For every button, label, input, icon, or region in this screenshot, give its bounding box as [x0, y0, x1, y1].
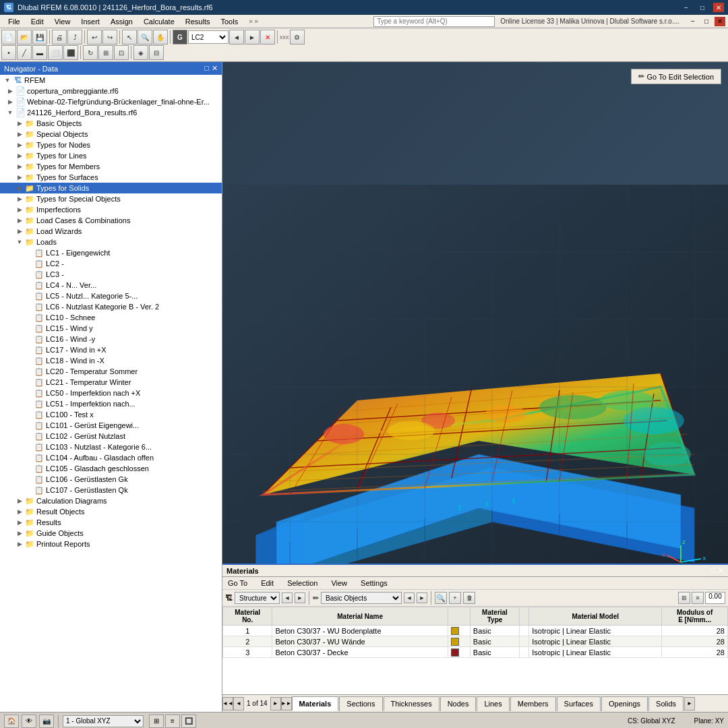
tree-item-lc2[interactable]: 📋 LC2 -	[0, 258, 222, 269]
tree-item-lc50[interactable]: 📋 LC50 - Imperfektion nach +X	[0, 388, 222, 398]
tree-item-types-special[interactable]: ▶ 📁 Types for Special Objects	[0, 193, 222, 204]
tree-item-lc102[interactable]: 📋 LC102 - Gerüst Nutzlast	[0, 431, 222, 442]
menu-file[interactable]: File	[3, 16, 26, 27]
tab-solids[interactable]: Solids	[648, 696, 684, 711]
structure-combo[interactable]: Structure	[235, 592, 280, 604]
menu-insert[interactable]: Insert	[75, 16, 105, 27]
status-eye-button[interactable]: 👁	[22, 715, 36, 728]
toolbar-node-button[interactable]: •	[1, 45, 16, 60]
tree-item-rfem[interactable]: ▼ 🏗 RFEM	[0, 75, 222, 86]
toolbar-undo-button[interactable]: ↩	[87, 30, 102, 44]
mat-prev-button[interactable]: ◄	[282, 593, 293, 603]
mat-delete-button[interactable]: 🗑	[463, 592, 475, 604]
toolbar-line-button[interactable]: ╱	[17, 45, 32, 60]
tree-item-load-wizards[interactable]: ▶ 📁 Load Wizards	[0, 226, 222, 237]
status-toolbar-btn-2[interactable]: ≡	[165, 715, 180, 728]
tab-sections[interactable]: Sections	[339, 696, 382, 711]
toolbar-solid-button[interactable]: ⬛	[63, 45, 78, 60]
toolbar-new-button[interactable]: 📄	[1, 30, 16, 44]
search-input[interactable]	[373, 16, 495, 27]
mat-add-button[interactable]: +	[449, 592, 461, 604]
status-toolbar-btn-3[interactable]: 🔲	[181, 715, 196, 728]
status-camera-button[interactable]: 📷	[39, 715, 54, 728]
toolbar-stop-button[interactable]: ✕	[260, 30, 275, 44]
tree-item-lc105[interactable]: 📋 LC105 - Glasdach geschlossen	[0, 463, 222, 474]
toolbar-wire-button[interactable]: ⊟	[149, 45, 164, 60]
toolbar-export-button[interactable]: ⤴	[67, 30, 82, 44]
mat-toolbar-btn-1[interactable]: ⊞	[678, 592, 690, 604]
mat-menu-view[interactable]: View	[328, 578, 350, 588]
tree-item-lc17[interactable]: 📋 LC17 - Wind in +X	[0, 344, 222, 355]
table-row[interactable]: 3 Beton C30/37 - Decke Basic Isotropic |…	[223, 647, 728, 658]
tree-item-file-1[interactable]: ▶ 📄 copertura_ombreggiante.rf6	[0, 86, 222, 96]
toolbar-print-button[interactable]: 🖨	[52, 30, 67, 44]
tree-item-lc107[interactable]: 📋 LC107 - Gerüstlasten Qk	[0, 485, 222, 495]
tree-item-types-nodes[interactable]: ▶ 📁 Types for Nodes	[0, 140, 222, 150]
maximize-button[interactable]: □	[697, 3, 708, 12]
tree-item-basic-objects[interactable]: ▶ 📁 Basic Objects	[0, 118, 222, 129]
tree-item-lc101[interactable]: 📋 LC101 - Gerüst Eigengewi...	[0, 420, 222, 431]
tree-item-types-members[interactable]: ▶ 📁 Types for Members	[0, 161, 222, 172]
tree-item-loads[interactable]: ▼ 📁 Loads	[0, 237, 222, 247]
tree-item-types-surfaces[interactable]: ▶ 📁 Types for Surfaces	[0, 172, 222, 183]
tree-item-result-objects[interactable]: ▶ 📁 Result Objects	[0, 506, 222, 517]
menu-view[interactable]: View	[49, 16, 76, 27]
tree-item-lc4[interactable]: 📋 LC4 - N... Ver...	[0, 280, 222, 291]
navigator-restore-button[interactable]: □	[204, 64, 209, 73]
materials-close-button[interactable]: ✕	[718, 566, 724, 575]
navigator-tree[interactable]: ▼ 🏗 RFEM ▶ 📄 copertura_ombreggiante.rf6 …	[0, 75, 222, 712]
mat-obj-next-button[interactable]: ►	[417, 593, 427, 603]
tab-nav-next-button[interactable]: ►	[270, 697, 281, 710]
tree-item-lc103[interactable]: 📋 LC103 - Nutzlast - Kategorie 6...	[0, 442, 222, 452]
tab-nodes[interactable]: Nodes	[440, 696, 477, 711]
close-button[interactable]: ✕	[713, 3, 724, 12]
tree-item-lc18[interactable]: 📋 LC18 - Wind in -X	[0, 355, 222, 366]
goto-edit-selection-button[interactable]: ✏ Go To Edit Selection	[631, 69, 721, 84]
toolbar-next-lc-button[interactable]: ►	[245, 30, 260, 44]
tree-item-file-3[interactable]: ▼ 📄 241126_Herford_Bora_results.rf6	[0, 107, 222, 118]
lc-combo[interactable]: LC2LC1	[188, 30, 229, 44]
toolbar-g-button[interactable]: G	[173, 30, 187, 44]
tab-lines[interactable]: Lines	[477, 696, 509, 711]
tree-item-file-2[interactable]: ▶ 📄 Webinar-02-Tiefgründung-Brückenlager…	[0, 96, 222, 107]
tree-item-lc106[interactable]: 📋 LC106 - Gerüstlasten Gk	[0, 474, 222, 485]
tab-surfaces[interactable]: Surfaces	[557, 696, 601, 711]
app-close-button[interactable]: ✕	[715, 17, 725, 26]
mat-menu-edit[interactable]: Edit	[258, 578, 276, 588]
tree-item-lc6[interactable]: 📋 LC6 - Nutzlast Kategorie B - Ver. 2	[0, 301, 222, 312]
tree-item-special-objects[interactable]: ▶ 📁 Special Objects	[0, 129, 222, 140]
tree-item-lc1[interactable]: 📋 LC1 - Eigengewicht	[0, 247, 222, 258]
tab-members[interactable]: Members	[510, 696, 556, 711]
toolbar-rotate-button[interactable]: ↻	[83, 45, 98, 60]
tree-item-printout-reports[interactable]: ▶ 📁 Printout Reports	[0, 539, 222, 549]
mat-menu-settings[interactable]: Settings	[358, 578, 390, 588]
toolbar-fit-button[interactable]: ⊞	[98, 45, 113, 60]
tab-nav-prev-button[interactable]: ◄	[233, 697, 244, 710]
toolbar-render-button[interactable]: ◈	[133, 45, 148, 60]
tree-item-lc20[interactable]: 📋 LC20 - Temperatur Sommer	[0, 366, 222, 377]
table-row[interactable]: 1 Beton C30/37 - WU Bodenplatte Basic Is…	[223, 626, 728, 636]
tree-item-types-lines[interactable]: ▶ 📁 Types for Lines	[0, 150, 222, 161]
basic-objects-combo[interactable]: Basic Objects	[321, 592, 402, 604]
menu-assign[interactable]: Assign	[105, 16, 138, 27]
toolbar-redo-button[interactable]: ↪	[102, 30, 117, 44]
mat-next-button[interactable]: ►	[295, 593, 305, 603]
tab-openings[interactable]: Openings	[601, 696, 648, 711]
toolbar-member-button[interactable]: ▬	[32, 45, 47, 60]
toolbar-zoom-button[interactable]: 🔍	[138, 30, 152, 44]
mat-search-button[interactable]: 🔍	[435, 592, 447, 604]
tree-item-lc51[interactable]: 📋 LC51 - Imperfektion nach...	[0, 398, 222, 409]
menu-edit[interactable]: Edit	[26, 16, 49, 27]
toolbar-view-settings-button[interactable]: ⚙	[290, 30, 305, 44]
tree-item-lc3[interactable]: 📋 LC3 -	[0, 269, 222, 280]
mat-toolbar-btn-2[interactable]: ≡	[692, 592, 704, 604]
tree-item-calc-diagrams[interactable]: ▶ 📁 Calculation Diagrams	[0, 495, 222, 506]
menu-results[interactable]: Results	[180, 16, 216, 27]
status-toolbar-btn-1[interactable]: ⊞	[149, 715, 164, 728]
tree-item-lc104[interactable]: 📋 LC104 - Aufbau - Glasdach offen	[0, 452, 222, 463]
3d-canvas[interactable]: X Y Z	[222, 62, 728, 712]
status-home-button[interactable]: 🏠	[4, 715, 19, 728]
menu-calculate[interactable]: Calculate	[138, 16, 180, 27]
app-maximize-button[interactable]: □	[701, 17, 712, 26]
tab-nav-last-button[interactable]: ►►	[281, 697, 292, 710]
